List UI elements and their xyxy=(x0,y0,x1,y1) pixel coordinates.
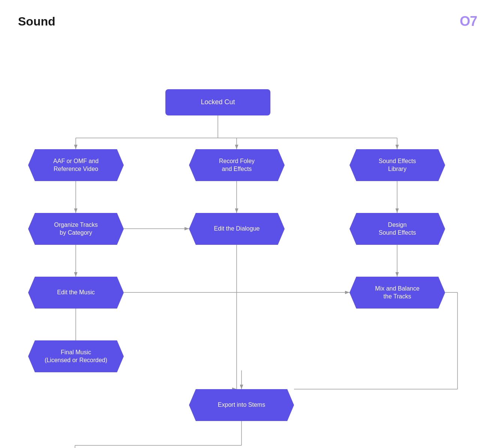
node-export-stems: Export into Stems xyxy=(189,389,294,421)
node-record-foley: Record Foley and Effects xyxy=(189,149,285,181)
diagram-container: Locked Cut AAF or OMF and Reference Vide… xyxy=(0,33,495,448)
node-design-sound-fx: Design Sound Effects xyxy=(350,213,445,245)
logo: O7 xyxy=(460,13,477,29)
page-header: Sound O7 xyxy=(0,0,495,29)
node-mix-balance: Mix and Balance the Tracks xyxy=(350,277,445,309)
node-sound-fx-library: Sound Effects Library xyxy=(350,149,445,181)
node-edit-music: Edit the Music xyxy=(28,277,124,309)
node-organize-tracks: Organize Tracks by Category xyxy=(28,213,124,245)
node-aaf-omf: AAF or OMF and Reference Video xyxy=(28,149,124,181)
page-title: Sound xyxy=(18,15,56,28)
node-locked-cut: Locked Cut xyxy=(165,89,270,115)
node-final-music: Final Music (Licensed or Recorded) xyxy=(28,340,124,372)
node-edit-dialogue: Edit the Dialogue xyxy=(189,213,285,245)
